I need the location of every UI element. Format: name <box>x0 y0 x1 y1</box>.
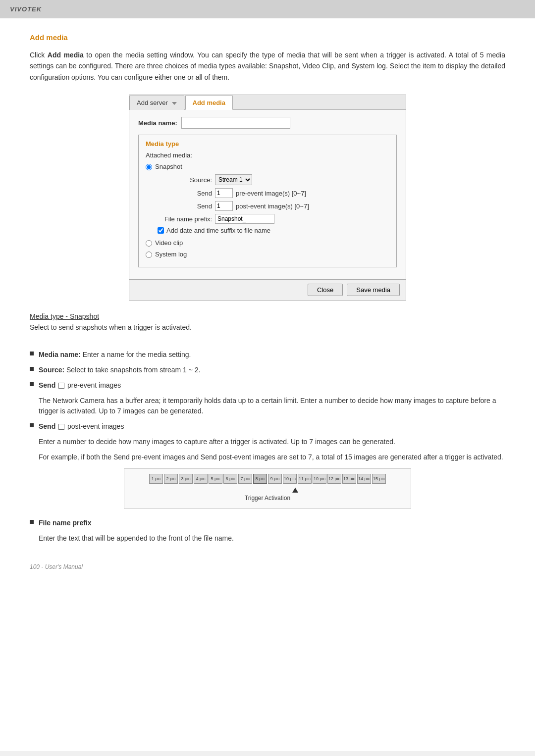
bullet-file-prefix-indent: Enter the text that will be appended to … <box>39 533 505 544</box>
media-name-input[interactable] <box>181 117 290 129</box>
media-type-box: Media type Attached media: Snapshot Sour… <box>138 135 397 267</box>
media-name-label: Media name: <box>138 119 177 127</box>
date-suffix-label: Add date and time suffix to file name <box>166 227 270 234</box>
bullet-source: Source: Select to take snapshots from st… <box>30 365 505 375</box>
file-prefix-label: File name prefix: <box>158 215 212 223</box>
media-type-snapshot-section: Media type - Snapshot Select to send sna… <box>30 312 505 333</box>
pic-14: 13 pic <box>342 474 356 484</box>
bullet-send-post-text: Send post-event images <box>39 421 124 432</box>
trigger-arrow <box>292 488 298 493</box>
snapshot-desc: Select to send snapshots when a trigger … <box>30 322 505 333</box>
bullet-square-icon <box>30 367 34 371</box>
date-suffix-row: Add date and time suffix to file name <box>158 227 389 234</box>
bullet-send-pre-indent: The Network Camera has a buffer area; it… <box>39 396 505 416</box>
send-pre-input[interactable] <box>215 188 233 198</box>
bullet-square-icon <box>30 520 34 524</box>
section-title: Add media <box>30 33 505 42</box>
send-post-row: Send post-event image(s) [0~7] <box>158 201 389 211</box>
bullet-media-name: Media name: Enter a name for the media s… <box>30 350 505 360</box>
snapshot-option: Snapshot <box>146 163 389 170</box>
video-clip-label: Video clip <box>155 239 183 247</box>
send-pre-label: Send <box>158 190 212 197</box>
bullet-send-post: Send post-event images <box>30 421 505 432</box>
date-suffix-checkbox[interactable] <box>158 227 164 234</box>
page-content: Add media Click Add media to open the me… <box>0 18 535 751</box>
send-post-desc: post-event image(s) [0~7] <box>236 202 309 210</box>
trigger-label: Trigger Activation <box>131 495 404 502</box>
example-text: For example, if both the Send pre-event … <box>39 452 505 462</box>
bullet-send-pre-text: Send pre-event images <box>39 380 121 391</box>
system-log-option: System log <box>146 251 389 258</box>
system-log-radio[interactable] <box>146 252 152 258</box>
send-post-label: Send <box>158 202 212 210</box>
pic-11: 11 pic <box>298 474 312 484</box>
pic-2: 2 pic <box>164 474 178 484</box>
trigger-arrow-row <box>131 488 404 493</box>
source-row: Source: Stream 1 Stream 2 <box>158 174 389 185</box>
bullet-media-name-text: Media name: Enter a name for the media s… <box>39 350 191 360</box>
pic-15: 14 pic <box>357 474 371 484</box>
pic-8: 8 pic <box>253 474 267 484</box>
video-clip-option: Video clip <box>146 239 389 247</box>
pic-5: 5 pic <box>209 474 222 484</box>
media-type-title: Media type <box>146 140 389 148</box>
tab-add-server[interactable]: Add server <box>129 96 184 110</box>
pic-6: 6 pic <box>223 474 237 484</box>
bullet-source-text: Source: Select to take snapshots from st… <box>39 365 200 375</box>
snapshot-radio[interactable] <box>146 164 152 170</box>
source-select[interactable]: Stream 1 Stream 2 <box>215 174 252 185</box>
arrow-up-icon <box>292 488 298 493</box>
bullet-square-icon <box>30 423 34 427</box>
bullet-send-pre: Send pre-event images <box>30 380 505 391</box>
file-prefix-row: File name prefix: <box>158 214 389 224</box>
send-pre-checkbox-inline <box>58 383 64 389</box>
pic-10: 10 pic <box>283 474 297 484</box>
source-label: Source: <box>158 176 212 184</box>
tab-add-media[interactable]: Add media <box>185 96 233 110</box>
pic-12: 10 pic <box>313 474 326 484</box>
close-button[interactable]: Close <box>308 284 343 296</box>
tab-arrow-icon <box>172 102 177 105</box>
attached-media-label: Attached media: <box>146 151 389 159</box>
pic-13: 12 pic <box>327 474 341 484</box>
dialog-body: Media name: Media type Attached media: S… <box>129 110 406 279</box>
pic-7: 7 pic <box>238 474 252 484</box>
bullet-send-post-indent: Enter a number to decide how many images… <box>39 437 505 447</box>
pic-1: 1 pic <box>149 474 163 484</box>
bullet-square-icon <box>30 352 34 355</box>
bullet-section: Media name: Enter a name for the media s… <box>30 350 505 544</box>
pic-9: 9 pic <box>268 474 282 484</box>
brand-logo: VIVOTEK <box>10 5 42 13</box>
bullet-file-prefix: File name prefix <box>30 518 505 528</box>
media-name-row: Media name: <box>138 117 397 129</box>
pic-16: 15 pic <box>372 474 386 484</box>
pic-4: 4 pic <box>194 474 208 484</box>
footer-page: 100 - User's Manual <box>30 563 505 570</box>
timeline-pics: 1 pic 2 pic 3 pic 4 pic 5 pic 6 pic 7 pi… <box>131 474 404 484</box>
save-media-button[interactable]: Save media <box>347 284 400 296</box>
send-pre-desc: pre-event image(s) [0~7] <box>236 190 306 197</box>
video-clip-radio[interactable] <box>146 240 152 247</box>
bullet-square-icon <box>30 382 34 386</box>
file-prefix-input[interactable] <box>215 214 274 224</box>
snapshot-details: Source: Stream 1 Stream 2 Send pre-event… <box>158 174 389 234</box>
send-post-input[interactable] <box>215 201 233 211</box>
media-type-snapshot-title: Media type - Snapshot <box>30 312 505 320</box>
bullet-file-prefix-text: File name prefix <box>39 518 92 528</box>
send-post-checkbox-inline <box>58 424 64 430</box>
add-media-dialog: Add server Add media Media name: Media t… <box>129 95 406 301</box>
intro-text: Click Add media to open the media settin… <box>30 50 505 83</box>
timeline-container: 1 pic 2 pic 3 pic 4 pic 5 pic 6 pic 7 pi… <box>124 468 411 509</box>
send-pre-row: Send pre-event image(s) [0~7] <box>158 188 389 198</box>
system-log-label: System log <box>155 251 187 258</box>
snapshot-label: Snapshot <box>155 163 182 170</box>
pic-3: 3 pic <box>179 474 193 484</box>
dialog-tabs: Add server Add media <box>129 95 406 110</box>
dialog-footer: Close Save media <box>129 279 406 300</box>
header-bar: VIVOTEK <box>0 0 535 18</box>
